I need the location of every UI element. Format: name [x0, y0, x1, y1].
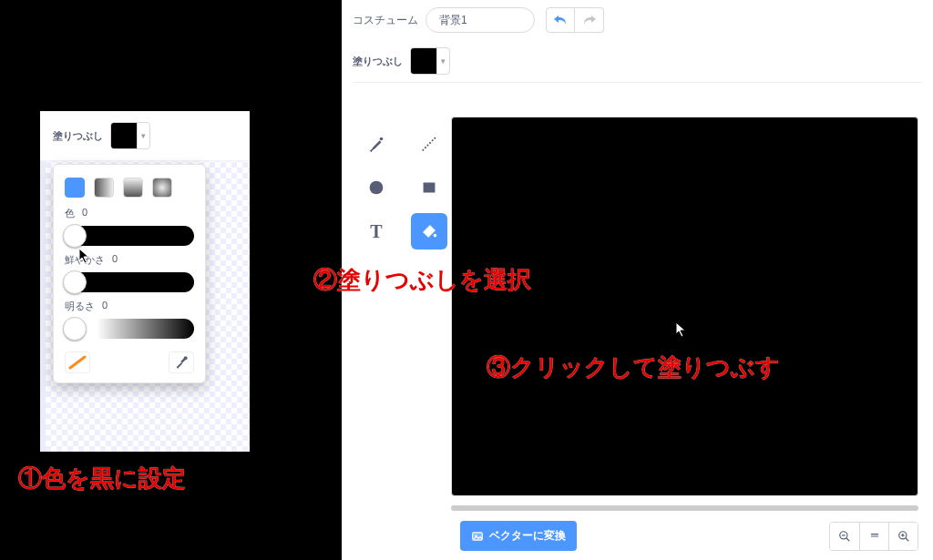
svg-point-4 — [434, 234, 437, 238]
svg-line-13 — [905, 537, 908, 541]
horizontal-scrollbar[interactable] — [451, 505, 918, 511]
bottom-controls: ベクターに変換 — [451, 521, 918, 551]
brightness-slider-block: 明るさ 0 — [65, 300, 194, 339]
chevron-down-icon: ▾ — [436, 48, 449, 74]
no-fill-button[interactable] — [65, 351, 90, 373]
costume-name-input[interactable] — [425, 7, 535, 33]
top-bar: コスチューム — [342, 0, 933, 40]
fill-label: 塗りつぶし — [353, 55, 403, 68]
circle-tool[interactable] — [358, 169, 395, 206]
hue-slider-block: 色 0 — [65, 207, 194, 246]
workspace: T ベクターに変換 — [342, 98, 933, 560]
fill-tool[interactable] — [411, 213, 447, 249]
canvas-area: ベクターに変換 — [451, 98, 933, 560]
vector-button-label: ベクターに変換 — [489, 528, 566, 544]
brightness-slider[interactable] — [65, 319, 194, 339]
rectangle-tool[interactable] — [411, 169, 447, 206]
brightness-value: 0 — [102, 300, 108, 313]
annotation-2: ②塗りつぶしを選択 — [313, 264, 531, 296]
picker-bottom-row — [65, 351, 194, 373]
undo-button[interactable] — [546, 7, 575, 33]
svg-point-18 — [184, 356, 188, 360]
fill-mode-row — [65, 178, 194, 198]
annotation-1: ①色を黒に設定 — [18, 463, 186, 494]
divider — [353, 82, 922, 83]
hue-value: 0 — [82, 207, 87, 220]
saturation-slider-thumb[interactable] — [63, 270, 87, 294]
brightness-slider-thumb[interactable] — [63, 317, 87, 341]
saturation-slider[interactable] — [65, 272, 194, 292]
brush-tool[interactable] — [358, 126, 395, 162]
svg-line-1 — [423, 137, 436, 151]
paint-canvas[interactable] — [451, 117, 918, 496]
left-fill-row: 塗りつぶし ▾ — [40, 111, 250, 161]
saturation-value: 0 — [112, 253, 118, 267]
svg-rect-3 — [424, 183, 436, 193]
undo-redo-group — [546, 7, 604, 33]
redo-button[interactable] — [575, 7, 604, 33]
hue-slider[interactable] — [65, 226, 194, 246]
left-fill-strip: 塗りつぶし ▾ — [40, 111, 250, 161]
svg-line-16 — [70, 357, 85, 368]
fill-mode-vertical-gradient[interactable] — [123, 178, 143, 198]
line-tool[interactable] — [411, 126, 447, 162]
saturation-slider-block: 鮮やかさ 0 — [65, 253, 194, 292]
left-fill-label: 塗りつぶし — [53, 129, 103, 143]
color-picker-popup: 色 0 鮮やかさ 0 明るさ 0 — [53, 164, 206, 383]
fill-mode-solid[interactable] — [65, 178, 85, 198]
text-tool[interactable]: T — [358, 213, 395, 249]
brightness-label: 明るさ — [65, 300, 95, 313]
left-fill-swatch-color — [111, 123, 137, 148]
annotation-3: ③クリックして塗りつぶす — [487, 351, 780, 383]
zoom-reset-button[interactable] — [859, 523, 888, 550]
hue-slider-thumb[interactable] — [63, 224, 87, 248]
zoom-in-button[interactable] — [888, 523, 918, 550]
tool-palette: T — [342, 98, 451, 560]
image-icon — [471, 530, 484, 543]
fill-row: 塗りつぶし ▾ — [342, 40, 933, 82]
fill-mode-radial-gradient[interactable] — [152, 178, 172, 198]
svg-point-2 — [370, 181, 384, 195]
zoom-out-button[interactable] — [830, 523, 859, 550]
svg-line-8 — [846, 537, 850, 541]
zoom-controls — [829, 522, 918, 551]
fill-mode-horizontal-gradient[interactable] — [94, 178, 114, 198]
left-fill-swatch[interactable]: ▾ — [110, 122, 150, 149]
convert-to-vector-button[interactable]: ベクターに変換 — [460, 521, 577, 551]
svg-point-0 — [380, 137, 384, 141]
saturation-label: 鮮やかさ — [65, 253, 105, 267]
chevron-down-icon: ▾ — [137, 123, 149, 148]
fill-swatch-color — [411, 48, 436, 74]
costume-label: コスチューム — [353, 13, 418, 28]
fill-swatch[interactable]: ▾ — [410, 47, 450, 75]
hue-label: 色 — [65, 207, 75, 220]
eyedropper-button[interactable] — [169, 351, 194, 373]
